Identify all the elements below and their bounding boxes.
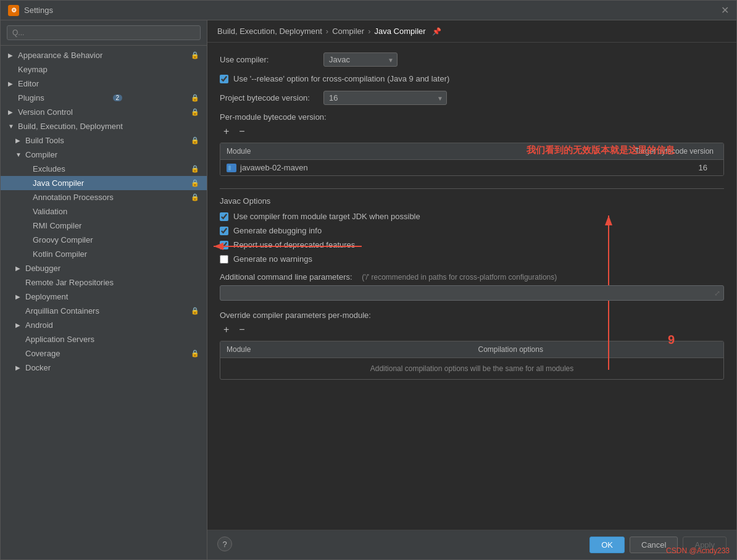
sidebar-item-label: Deployment bbox=[25, 292, 68, 301]
sidebar-item-plugins[interactable]: Plugins 2 🔒 bbox=[1, 91, 207, 105]
lock-icon: 🔒 bbox=[191, 108, 199, 116]
sidebar-item-appearance[interactable]: ▶ Appearance & Behavior 🔒 bbox=[1, 48, 207, 62]
window-title: Settings bbox=[24, 6, 53, 15]
bytecode-version-select-wrap: 16 11 8 ▼ bbox=[323, 91, 447, 105]
report-deprecated-label: Report use of deprecated features bbox=[233, 240, 355, 249]
per-module-add-btn[interactable]: + bbox=[220, 125, 233, 138]
compiler-select-wrap: Javac Eclipse Ajc ▼ bbox=[323, 52, 398, 67]
sidebar-item-label: Arquillian Containers bbox=[25, 306, 99, 316]
lock-icon: 🔒 bbox=[191, 193, 199, 201]
sidebar-item-docker[interactable]: ▶ Docker bbox=[1, 361, 207, 375]
per-module-table: Module Target bytecode version javawe bbox=[220, 143, 724, 176]
sidebar-item-version-control[interactable]: ▶ Version Control 🔒 bbox=[1, 105, 207, 119]
additional-cmd-input-wrap: ⤢ bbox=[220, 285, 724, 301]
javac-options-title: Javac Options bbox=[220, 196, 724, 206]
sidebar-item-label: Build, Execution, Deployment bbox=[18, 122, 123, 131]
override-remove-btn[interactable]: − bbox=[235, 324, 248, 336]
override-empty-message: Additional compilation options will be t… bbox=[220, 358, 723, 379]
sidebar-item-build-tools[interactable]: ▶ Build Tools 🔒 bbox=[1, 133, 207, 148]
sidebar-item-label: Debugger bbox=[25, 264, 60, 273]
arrow-icon: ▶ bbox=[15, 293, 23, 300]
breadcrumb-part-1: Build, Execution, Deployment bbox=[217, 27, 322, 36]
override-add-btn[interactable]: + bbox=[220, 324, 233, 336]
sidebar-item-java-compiler[interactable]: Java Compiler 🔒 bbox=[1, 176, 207, 190]
use-module-checkbox[interactable] bbox=[220, 212, 228, 221]
sidebar: ▶ Appearance & Behavior 🔒 Keymap ▶ Edito… bbox=[1, 20, 207, 559]
sidebar-item-validation[interactable]: Validation bbox=[1, 204, 207, 219]
sidebar-item-keymap[interactable]: Keymap bbox=[1, 62, 207, 77]
ok-button[interactable]: OK bbox=[589, 537, 625, 553]
sidebar-item-label: Groovy Compiler bbox=[33, 235, 93, 244]
use-module-label: Use compiler from module target JDK when… bbox=[233, 212, 420, 221]
main-panel: Build, Execution, Deployment › Compiler … bbox=[207, 20, 736, 559]
sidebar-item-android[interactable]: ▶ Android bbox=[1, 318, 207, 332]
arrow-icon: ▼ bbox=[8, 123, 15, 130]
override-add-remove: + − bbox=[220, 324, 724, 336]
sidebar-item-groovy-compiler[interactable]: Groovy Compiler bbox=[1, 233, 207, 247]
compiler-select[interactable]: Javac Eclipse Ajc bbox=[323, 52, 398, 67]
sidebar-item-build-exec[interactable]: ▼ Build, Execution, Deployment bbox=[1, 119, 207, 133]
per-module-label-row: Per-module bytecode version: bbox=[220, 112, 724, 122]
checkbox-gen-debug: Generate debugging info bbox=[220, 226, 724, 235]
table-row[interactable]: javaweb-02-maven 16 bbox=[220, 160, 723, 175]
sidebar-item-excludes[interactable]: Excludes 🔒 bbox=[1, 162, 207, 176]
per-module-remove-btn[interactable]: − bbox=[235, 125, 248, 138]
sidebar-item-arquillian[interactable]: Arquillian Containers 🔒 bbox=[1, 304, 207, 318]
breadcrumb-pin-icon[interactable]: 📌 bbox=[432, 27, 441, 36]
td-version: 16 bbox=[594, 163, 717, 172]
sidebar-item-remote-jar[interactable]: Remote Jar Repositories bbox=[1, 275, 207, 290]
release-option-checkbox[interactable] bbox=[220, 75, 228, 83]
plugins-badge: 2 bbox=[113, 94, 123, 101]
sidebar-item-label: Java Compiler bbox=[33, 178, 84, 188]
sidebar-tree: ▶ Appearance & Behavior 🔒 Keymap ▶ Edito… bbox=[1, 46, 207, 559]
additional-cmd-label: Additional command line parameters: bbox=[220, 272, 352, 282]
additional-cmd-input[interactable] bbox=[220, 285, 724, 301]
report-deprecated-checkbox[interactable] bbox=[220, 241, 228, 249]
sidebar-item-label: Version Control bbox=[18, 107, 73, 117]
breadcrumb-part-3: Java Compiler bbox=[375, 27, 426, 36]
sidebar-item-app-servers[interactable]: Application Servers bbox=[1, 332, 207, 346]
sidebar-item-label: Keymap bbox=[18, 65, 48, 74]
per-module-table-header: Module Target bytecode version bbox=[220, 143, 723, 160]
th-version: Target bytecode version bbox=[600, 143, 723, 159]
apply-button[interactable]: Apply bbox=[683, 537, 727, 553]
override-th-module: Module bbox=[220, 341, 472, 357]
arrow-icon: ▶ bbox=[15, 364, 23, 371]
sidebar-item-label: Build Tools bbox=[25, 136, 64, 145]
sidebar-item-label: Docker bbox=[25, 363, 51, 372]
sidebar-item-annotation-processors[interactable]: Annotation Processors 🔒 bbox=[1, 190, 207, 204]
bytecode-version-label: Project bytecode version: bbox=[220, 93, 319, 102]
sidebar-item-debugger[interactable]: ▶ Debugger bbox=[1, 261, 207, 275]
search-input[interactable] bbox=[7, 25, 201, 40]
titlebar: ⚙ Settings ✕ bbox=[1, 1, 736, 20]
close-button[interactable]: ✕ bbox=[721, 4, 729, 16]
sidebar-item-coverage[interactable]: Coverage 🔒 bbox=[1, 346, 207, 361]
gen-debug-checkbox[interactable] bbox=[220, 227, 228, 235]
breadcrumb-part-2: Compiler bbox=[332, 27, 364, 36]
sidebar-item-label: Coverage bbox=[25, 349, 60, 358]
sidebar-item-label: Android bbox=[25, 320, 53, 330]
arrow-icon: ▶ bbox=[8, 52, 15, 59]
arrow-icon: ▶ bbox=[15, 322, 23, 328]
svg-rect-5 bbox=[228, 165, 231, 170]
sidebar-item-deployment[interactable]: ▶ Deployment bbox=[1, 290, 207, 304]
sidebar-item-editor[interactable]: ▶ Editor bbox=[1, 77, 207, 91]
sidebar-item-label: Plugins bbox=[18, 93, 44, 102]
lock-icon: 🔒 bbox=[191, 136, 199, 144]
arrow-icon: ▶ bbox=[15, 265, 23, 272]
bytecode-version-select[interactable]: 16 11 8 bbox=[323, 91, 447, 105]
sidebar-item-label: Kotlin Compiler bbox=[33, 249, 87, 259]
sidebar-item-rmi-compiler[interactable]: RMI Compiler bbox=[1, 219, 207, 233]
sidebar-item-label: Application Servers bbox=[25, 335, 94, 344]
gen-debug-label: Generate debugging info bbox=[233, 226, 322, 235]
sidebar-item-kotlin-compiler[interactable]: Kotlin Compiler bbox=[1, 247, 207, 261]
sidebar-item-label: Validation bbox=[33, 207, 67, 216]
module-icon bbox=[227, 164, 236, 172]
sidebar-item-compiler[interactable]: ▼ Compiler bbox=[1, 148, 207, 162]
help-button[interactable]: ? bbox=[217, 537, 232, 551]
sidebar-item-label: Annotation Processors bbox=[33, 193, 114, 202]
no-warnings-checkbox[interactable] bbox=[220, 255, 228, 264]
app-icon: ⚙ bbox=[8, 5, 19, 16]
sidebar-item-label: Appearance & Behavior bbox=[18, 51, 102, 60]
cancel-button[interactable]: Cancel bbox=[630, 537, 678, 553]
